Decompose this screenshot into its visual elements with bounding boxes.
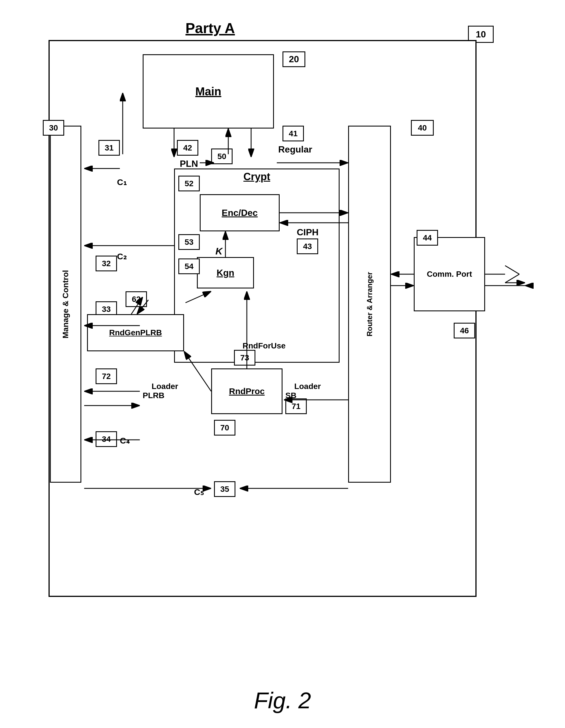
svg-line-13 xyxy=(186,291,211,303)
svg-line-31 xyxy=(131,297,143,314)
svg-line-30 xyxy=(137,300,148,314)
svg-line-27 xyxy=(505,274,519,283)
diagram-container: Party A 10 Main 20 Manage & Control 30 R… xyxy=(34,17,531,674)
fig-label: Fig. 2 xyxy=(254,687,311,714)
svg-line-16 xyxy=(184,351,211,391)
svg-line-26 xyxy=(505,266,519,274)
diagram-arrows xyxy=(34,17,531,674)
